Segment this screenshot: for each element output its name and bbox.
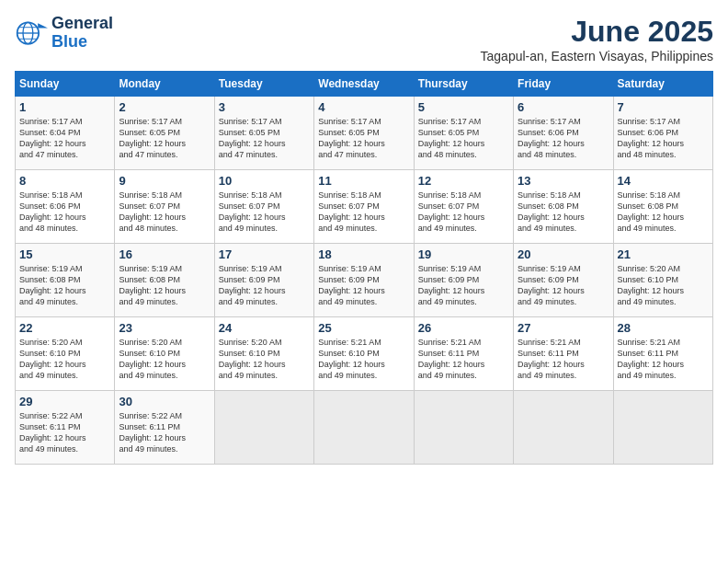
day-info: Sunrise: 5:21 AM Sunset: 6:11 PM Dayligh… <box>418 337 509 382</box>
calendar-cell: 12Sunrise: 5:18 AM Sunset: 6:07 PM Dayli… <box>414 170 513 244</box>
calendar-cell: 11Sunrise: 5:18 AM Sunset: 6:07 PM Dayli… <box>314 170 414 244</box>
day-info: Sunrise: 5:17 AM Sunset: 6:04 PM Dayligh… <box>19 116 110 161</box>
calendar-week-row: 29Sunrise: 5:22 AM Sunset: 6:11 PM Dayli… <box>16 391 713 465</box>
calendar-cell: 23Sunrise: 5:20 AM Sunset: 6:10 PM Dayli… <box>115 317 214 391</box>
day-info: Sunrise: 5:19 AM Sunset: 6:08 PM Dayligh… <box>19 263 110 308</box>
day-number: 18 <box>318 247 409 261</box>
day-info: Sunrise: 5:21 AM Sunset: 6:11 PM Dayligh… <box>518 337 609 382</box>
calendar-week-row: 8Sunrise: 5:18 AM Sunset: 6:06 PM Daylig… <box>16 170 713 244</box>
calendar-cell <box>514 391 613 465</box>
day-number: 15 <box>19 247 110 261</box>
calendar-cell: 19Sunrise: 5:19 AM Sunset: 6:09 PM Dayli… <box>414 244 513 317</box>
day-number: 25 <box>318 321 409 335</box>
day-number: 8 <box>19 174 110 188</box>
weekday-header-friday: Friday <box>514 72 613 97</box>
day-info: Sunrise: 5:19 AM Sunset: 6:08 PM Dayligh… <box>119 263 210 308</box>
calendar-cell: 2Sunrise: 5:17 AM Sunset: 6:05 PM Daylig… <box>115 97 214 170</box>
calendar-cell <box>414 391 513 465</box>
day-info: Sunrise: 5:18 AM Sunset: 6:07 PM Dayligh… <box>318 190 409 235</box>
day-number: 3 <box>219 100 310 114</box>
calendar-cell: 17Sunrise: 5:19 AM Sunset: 6:09 PM Dayli… <box>214 244 313 317</box>
weekday-header-monday: Monday <box>115 72 214 97</box>
weekday-header-wednesday: Wednesday <box>314 72 414 97</box>
calendar-subtitle: Tagapul-an, Eastern Visayas, Philippines <box>481 49 713 63</box>
day-info: Sunrise: 5:22 AM Sunset: 6:11 PM Dayligh… <box>119 410 210 455</box>
day-info: Sunrise: 5:20 AM Sunset: 6:10 PM Dayligh… <box>19 337 110 382</box>
day-number: 9 <box>119 174 210 188</box>
calendar-cell: 26Sunrise: 5:21 AM Sunset: 6:11 PM Dayli… <box>414 317 513 391</box>
day-info: Sunrise: 5:17 AM Sunset: 6:05 PM Dayligh… <box>418 116 509 161</box>
page-header: General Blue June 2025 Tagapul-an, Easte… <box>15 15 713 63</box>
calendar-cell: 20Sunrise: 5:19 AM Sunset: 6:09 PM Dayli… <box>514 244 613 317</box>
day-number: 12 <box>418 174 509 188</box>
calendar-week-row: 1Sunrise: 5:17 AM Sunset: 6:04 PM Daylig… <box>16 97 713 170</box>
day-number: 19 <box>418 247 509 261</box>
calendar-cell <box>314 391 414 465</box>
logo-text: General Blue <box>51 15 113 52</box>
day-number: 28 <box>618 321 709 335</box>
calendar-cell: 27Sunrise: 5:21 AM Sunset: 6:11 PM Dayli… <box>514 317 613 391</box>
calendar-cell: 14Sunrise: 5:18 AM Sunset: 6:08 PM Dayli… <box>613 170 712 244</box>
calendar-cell: 18Sunrise: 5:19 AM Sunset: 6:09 PM Dayli… <box>314 244 414 317</box>
day-info: Sunrise: 5:20 AM Sunset: 6:10 PM Dayligh… <box>119 337 210 382</box>
day-info: Sunrise: 5:19 AM Sunset: 6:09 PM Dayligh… <box>318 263 409 308</box>
calendar-cell: 5Sunrise: 5:17 AM Sunset: 6:05 PM Daylig… <box>414 97 513 170</box>
calendar-cell: 3Sunrise: 5:17 AM Sunset: 6:05 PM Daylig… <box>214 97 313 170</box>
weekday-header-tuesday: Tuesday <box>214 72 313 97</box>
day-info: Sunrise: 5:17 AM Sunset: 6:05 PM Dayligh… <box>318 116 409 161</box>
calendar-title: June 2025 <box>481 15 713 49</box>
day-number: 17 <box>219 247 310 261</box>
day-info: Sunrise: 5:20 AM Sunset: 6:10 PM Dayligh… <box>219 337 310 382</box>
day-number: 14 <box>618 174 709 188</box>
calendar-cell: 22Sunrise: 5:20 AM Sunset: 6:10 PM Dayli… <box>16 317 115 391</box>
calendar-header-row: SundayMondayTuesdayWednesdayThursdayFrid… <box>16 72 713 97</box>
day-info: Sunrise: 5:19 AM Sunset: 6:09 PM Dayligh… <box>418 263 509 308</box>
day-number: 29 <box>19 395 110 408</box>
day-info: Sunrise: 5:20 AM Sunset: 6:10 PM Dayligh… <box>618 263 709 308</box>
day-info: Sunrise: 5:18 AM Sunset: 6:07 PM Dayligh… <box>219 190 310 235</box>
calendar-cell: 28Sunrise: 5:21 AM Sunset: 6:11 PM Dayli… <box>613 317 712 391</box>
day-number: 30 <box>119 395 210 408</box>
calendar-cell: 13Sunrise: 5:18 AM Sunset: 6:08 PM Dayli… <box>514 170 613 244</box>
day-number: 26 <box>418 321 509 335</box>
calendar-cell: 21Sunrise: 5:20 AM Sunset: 6:10 PM Dayli… <box>613 244 712 317</box>
calendar-week-row: 22Sunrise: 5:20 AM Sunset: 6:10 PM Dayli… <box>16 317 713 391</box>
calendar-cell: 29Sunrise: 5:22 AM Sunset: 6:11 PM Dayli… <box>16 391 115 465</box>
day-number: 22 <box>19 321 110 335</box>
weekday-header-saturday: Saturday <box>613 72 712 97</box>
calendar-cell: 1Sunrise: 5:17 AM Sunset: 6:04 PM Daylig… <box>16 97 115 170</box>
calendar-cell: 25Sunrise: 5:21 AM Sunset: 6:10 PM Dayli… <box>314 317 414 391</box>
day-number: 16 <box>119 247 210 261</box>
day-number: 6 <box>518 100 609 114</box>
calendar-cell: 8Sunrise: 5:18 AM Sunset: 6:06 PM Daylig… <box>16 170 115 244</box>
logo: General Blue <box>15 15 113 52</box>
day-info: Sunrise: 5:18 AM Sunset: 6:07 PM Dayligh… <box>418 190 509 235</box>
day-number: 2 <box>119 100 210 114</box>
calendar-cell: 10Sunrise: 5:18 AM Sunset: 6:07 PM Dayli… <box>214 170 313 244</box>
calendar-cell: 6Sunrise: 5:17 AM Sunset: 6:06 PM Daylig… <box>514 97 613 170</box>
title-area: June 2025 Tagapul-an, Eastern Visayas, P… <box>481 15 713 63</box>
day-info: Sunrise: 5:19 AM Sunset: 6:09 PM Dayligh… <box>518 263 609 308</box>
day-info: Sunrise: 5:18 AM Sunset: 6:08 PM Dayligh… <box>618 190 709 235</box>
calendar-cell: 15Sunrise: 5:19 AM Sunset: 6:08 PM Dayli… <box>16 244 115 317</box>
day-number: 27 <box>518 321 609 335</box>
day-number: 11 <box>318 174 409 188</box>
day-number: 5 <box>418 100 509 114</box>
day-info: Sunrise: 5:22 AM Sunset: 6:11 PM Dayligh… <box>19 410 110 455</box>
day-number: 10 <box>219 174 310 188</box>
calendar-cell: 24Sunrise: 5:20 AM Sunset: 6:10 PM Dayli… <box>214 317 313 391</box>
calendar-cell: 30Sunrise: 5:22 AM Sunset: 6:11 PM Dayli… <box>115 391 214 465</box>
day-number: 23 <box>119 321 210 335</box>
calendar-cell: 7Sunrise: 5:17 AM Sunset: 6:06 PM Daylig… <box>613 97 712 170</box>
svg-marker-6 <box>38 23 48 28</box>
day-number: 7 <box>618 100 709 114</box>
day-number: 1 <box>19 100 110 114</box>
calendar-cell: 9Sunrise: 5:18 AM Sunset: 6:07 PM Daylig… <box>115 170 214 244</box>
day-number: 20 <box>518 247 609 261</box>
day-info: Sunrise: 5:18 AM Sunset: 6:07 PM Dayligh… <box>119 190 210 235</box>
calendar-table: SundayMondayTuesdayWednesdayThursdayFrid… <box>15 71 713 465</box>
weekday-header-sunday: Sunday <box>16 72 115 97</box>
day-info: Sunrise: 5:21 AM Sunset: 6:10 PM Dayligh… <box>318 337 409 382</box>
day-info: Sunrise: 5:21 AM Sunset: 6:11 PM Dayligh… <box>618 337 709 382</box>
day-number: 21 <box>618 247 709 261</box>
